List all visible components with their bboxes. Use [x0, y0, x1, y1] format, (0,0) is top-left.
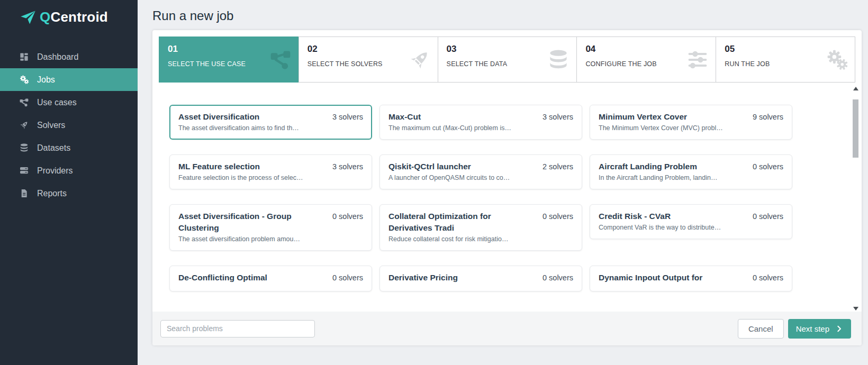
use-case-card-header: Qiskit-QCtrl launcher 2 solvers: [388, 161, 573, 172]
search-input[interactable]: [160, 320, 315, 337]
use-case-title: Qiskit-QCtrl launcher: [388, 161, 471, 172]
use-case-title: Credit Risk - CVaR: [599, 211, 671, 222]
use-case-solver-count: 0 solvers: [332, 272, 363, 284]
stepper-step[interactable]: 02 SELECT THE SOLVERS: [299, 37, 438, 82]
sidebar-item[interactable]: Jobs: [0, 68, 138, 91]
use-case-card-header: Asset Diversification 3 solvers: [178, 111, 363, 123]
brand-rest: Centroid: [50, 9, 107, 25]
sidebar: QCentroid Dashboard Jobs Use cases Solve…: [0, 0, 138, 365]
sidebar-item-label: Providers: [37, 166, 73, 176]
sliders-icon: [686, 48, 709, 71]
use-case-card[interactable]: Qiskit-QCtrl launcher 2 solvers A launch…: [379, 154, 582, 189]
sidebar-item[interactable]: Dashboard: [0, 45, 138, 68]
use-case-solver-count: 3 solvers: [542, 111, 573, 123]
use-case-card-header: De-Conflicting Optimal 0 solvers: [178, 272, 363, 284]
use-case-card[interactable]: Dynamic Inpout Output for 0 solvers: [590, 266, 792, 291]
use-case-description: Feature selection is the process of sele…: [178, 174, 363, 182]
vertical-scrollbar[interactable]: [852, 87, 860, 311]
jobs-cogs-icon: [19, 75, 29, 85]
reports-file-icon: [19, 188, 29, 198]
sidebar-item[interactable]: Solvers: [0, 114, 138, 136]
use-case-title: Dynamic Inpout Output for: [599, 272, 702, 284]
use-case-card-header: Aircraft Landing Problem 0 solvers: [599, 161, 783, 172]
use-case-title: Collateral Optimization for Derivatives …: [388, 211, 523, 234]
project-diagram-icon: [269, 48, 292, 71]
brand-name: QCentroid: [40, 9, 108, 25]
use-case-card[interactable]: Asset Diversification - Group Clustering…: [169, 204, 372, 251]
use-case-card[interactable]: Credit Risk - CVaR 0 solvers Component V…: [590, 204, 792, 239]
use-case-card[interactable]: Minimum Vertex Cover 9 solvers The Minim…: [590, 105, 792, 140]
use-case-solver-count: 0 solvers: [332, 211, 363, 222]
use-case-description: The asset diversification aims to find t…: [178, 124, 363, 133]
cogs-icon: [825, 48, 848, 71]
use-case-card[interactable]: Max-Cut 3 solvers The maximum cut (Max-C…: [379, 105, 582, 140]
database-icon: [547, 48, 570, 71]
scroll-down-arrow-icon[interactable]: [853, 307, 858, 311]
sidebar-item[interactable]: Reports: [0, 182, 138, 205]
use-case-solver-count: 2 solvers: [542, 161, 573, 172]
panel-footer: Cancel Next step: [152, 312, 862, 345]
brand-logo[interactable]: QCentroid: [0, 0, 138, 32]
sidebar-nav: Dashboard Jobs Use cases Solvers Dataset…: [0, 45, 138, 205]
use-case-description: The maximum cut (Max-Cut) problem is…: [388, 124, 573, 133]
sidebar-item-label: Dashboard: [37, 52, 78, 62]
use-case-solver-count: 0 solvers: [753, 161, 783, 172]
use-case-title: Minimum Vertex Cover: [599, 111, 687, 123]
use-case-card[interactable]: Asset Diversification 3 solvers The asse…: [169, 105, 372, 140]
use-case-solver-count: 0 solvers: [753, 211, 783, 222]
use-case-card-header: Asset Diversification - Group Clustering…: [178, 211, 363, 234]
sidebar-item-label: Use cases: [37, 98, 77, 107]
use-case-description: The asset diversification problem amou…: [178, 235, 363, 244]
use-case-card-header: Derivative Pricing 0 solvers: [388, 272, 573, 284]
use-case-card-header: Dynamic Inpout Output for 0 solvers: [599, 272, 783, 284]
cancel-button[interactable]: Cancel: [738, 319, 784, 339]
use-case-card[interactable]: Collateral Optimization for Derivatives …: [379, 204, 582, 251]
use-cases-diagram-icon: [19, 97, 29, 107]
use-case-card[interactable]: ML Feature selection 3 solvers Feature s…: [169, 154, 372, 189]
brand-q: Q: [40, 9, 50, 25]
scrollbar-thumb[interactable]: [853, 99, 858, 158]
use-case-title: Asset Diversification - Group Clustering: [178, 211, 313, 234]
scroll-up-arrow-icon[interactable]: [853, 87, 858, 90]
use-case-description: Reduce collateral cost for risk mitigati…: [388, 235, 573, 244]
sidebar-item[interactable]: Datasets: [0, 136, 138, 159]
dashboard-grid-icon: [19, 52, 29, 62]
rocket-icon: [408, 48, 431, 71]
stepper-step[interactable]: 04 CONFIGURE THE JOB: [576, 37, 716, 82]
stepper-step[interactable]: 01 SELECT THE USE CASE: [159, 36, 299, 83]
use-case-description: Component VaR is the way to distribute…: [599, 223, 783, 232]
use-case-card-header: Max-Cut 3 solvers: [388, 111, 573, 123]
providers-server-icon: [19, 166, 29, 176]
use-case-card[interactable]: De-Conflicting Optimal 0 solvers: [169, 266, 372, 291]
use-case-description: In the Aircraft Landing Problem, landin…: [599, 174, 783, 182]
use-case-title: Aircraft Landing Problem: [599, 161, 697, 172]
use-case-card[interactable]: Aircraft Landing Problem 0 solvers In th…: [590, 154, 792, 189]
use-case-card[interactable]: Derivative Pricing 0 solvers: [379, 266, 582, 291]
datasets-database-icon: [19, 143, 29, 153]
sidebar-item[interactable]: Providers: [0, 159, 138, 182]
qcentroid-logo-icon: [20, 10, 36, 25]
sidebar-item[interactable]: Use cases: [0, 91, 138, 114]
use-case-title: Max-Cut: [388, 111, 421, 123]
sidebar-item-label: Jobs: [37, 75, 55, 85]
use-case-title: Asset Diversification: [178, 111, 259, 123]
next-step-button[interactable]: Next step: [788, 319, 851, 339]
use-case-title: De-Conflicting Optimal: [178, 272, 267, 284]
sidebar-item-label: Reports: [37, 189, 67, 198]
solvers-rocket-icon: [19, 120, 29, 130]
stepper-step[interactable]: 03 SELECT THE DATA: [438, 37, 577, 82]
stepper-step[interactable]: 05 RUN THE JOB: [716, 37, 855, 82]
use-case-description: The Minimum Vertex Cover (MVC) probl…: [599, 124, 783, 133]
use-case-solver-count: 3 solvers: [332, 111, 363, 123]
use-case-card-header: Credit Risk - CVaR 0 solvers: [599, 211, 783, 222]
use-case-title: ML Feature selection: [178, 161, 260, 172]
main-content: Run a new job 01 SELECT THE USE CASE 02 …: [138, 0, 868, 365]
page-title: Run a new job: [138, 0, 868, 30]
use-case-solver-count: 0 solvers: [542, 211, 573, 222]
job-stepper: 01 SELECT THE USE CASE 02 SELECT THE SOL…: [159, 36, 855, 83]
new-job-panel: 01 SELECT THE USE CASE 02 SELECT THE SOL…: [152, 30, 862, 345]
next-step-label: Next step: [796, 324, 829, 333]
use-case-solver-count: 0 solvers: [542, 272, 573, 284]
use-case-solver-count: 3 solvers: [332, 161, 363, 172]
use-case-solver-count: 9 solvers: [753, 111, 783, 123]
